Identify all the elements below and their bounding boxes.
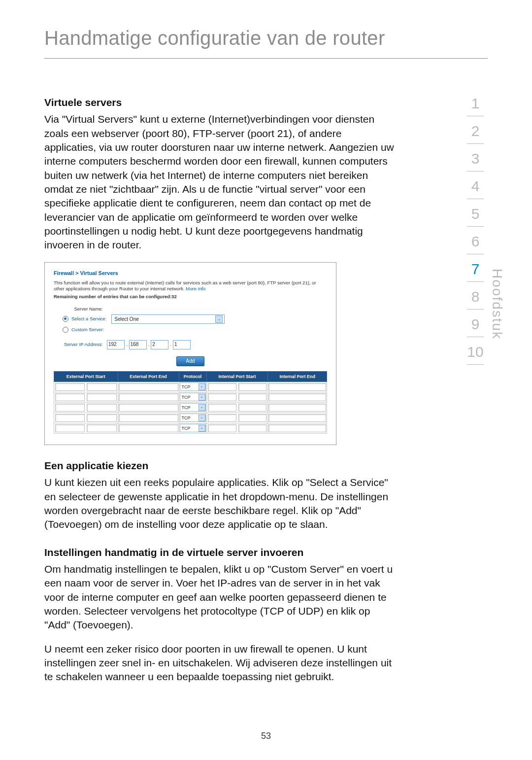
server-ip-label: Server IP Address: xyxy=(54,342,107,348)
custom-server-label: Custom Server: xyxy=(71,327,108,333)
chevron-down-icon: ⌄ xyxy=(215,315,223,323)
protocol-dropdown[interactable]: TCP⌄ xyxy=(180,382,206,391)
chevron-down-icon: ⌄ xyxy=(199,394,205,401)
ext-start-field[interactable] xyxy=(87,393,116,401)
page: Handmatige configuratie van de router 1 … xyxy=(0,0,532,760)
select-service-radio[interactable] xyxy=(63,316,68,322)
ext-start-field[interactable] xyxy=(55,383,85,391)
table-row: TCP⌄ xyxy=(54,423,327,433)
col-protocol: Protocol xyxy=(179,371,206,381)
int-start-field[interactable] xyxy=(208,414,236,422)
section-manual-body1: Om handmatig instellingen te bepalen, kl… xyxy=(44,562,394,632)
ext-start-field[interactable] xyxy=(55,414,85,422)
more-info-link[interactable]: More Info xyxy=(186,286,205,291)
col-ext-start: External Port Start xyxy=(54,371,118,381)
table-row: TCP⌄ xyxy=(54,392,327,402)
ip-octet-3[interactable]: 2 xyxy=(151,340,168,349)
section-choose-app-body: U kunt kiezen uit een reeks populaire ap… xyxy=(44,476,394,531)
ext-end-field[interactable] xyxy=(119,424,178,432)
chevron-down-icon: ⌄ xyxy=(199,415,205,421)
breadcrumb: Firewall > Virtual Servers xyxy=(54,270,327,277)
chapter-label: Hoofdstuk xyxy=(489,269,505,340)
content: Virtuele servers Via "Virtual Servers" k… xyxy=(44,96,394,684)
chapter-5[interactable]: 5 xyxy=(461,199,490,226)
int-start-field[interactable] xyxy=(208,393,236,401)
section-manual-body2: U neemt een zeker risico door poorten in… xyxy=(44,642,394,684)
protocol-dropdown[interactable]: TCP⌄ xyxy=(180,393,206,401)
col-int-end: Internal Port End xyxy=(268,371,327,381)
ext-start-field[interactable] xyxy=(87,414,116,422)
chapter-1[interactable]: 1 xyxy=(461,89,490,116)
server-name-label: Server Name: xyxy=(54,306,107,312)
section-virtual-servers-body: Via "Virtual Servers" kunt u externe (In… xyxy=(44,112,394,252)
remaining-entries: Remaining number of entries that can be … xyxy=(54,294,327,300)
col-ext-end: External Port End xyxy=(118,371,179,381)
int-end-field[interactable] xyxy=(268,404,326,412)
int-start-field[interactable] xyxy=(238,383,267,391)
chapter-nav: 1 2 3 4 5 6 7 8 9 10 xyxy=(461,89,490,365)
select-service-value: Select One xyxy=(114,316,138,323)
chapter-8[interactable]: 8 xyxy=(461,282,490,309)
int-end-field[interactable] xyxy=(268,393,326,401)
ext-start-field[interactable] xyxy=(55,404,85,412)
port-table: External Port Start External Port End Pr… xyxy=(54,371,327,434)
int-start-field[interactable] xyxy=(238,414,267,422)
chevron-down-icon: ⌄ xyxy=(199,383,205,390)
int-start-field[interactable] xyxy=(238,404,267,412)
protocol-dropdown[interactable]: TCP⌄ xyxy=(180,424,206,432)
table-row: TCP⌄ xyxy=(54,402,327,413)
ip-octet-1[interactable]: 192 xyxy=(107,340,125,349)
chevron-down-icon: ⌄ xyxy=(199,425,205,432)
ext-start-field[interactable] xyxy=(87,404,116,412)
ext-start-field[interactable] xyxy=(87,424,116,432)
table-row: TCP⌄ xyxy=(54,413,327,423)
int-start-field[interactable] xyxy=(208,383,236,391)
add-button[interactable]: Add xyxy=(176,356,204,366)
ext-end-field[interactable] xyxy=(119,393,178,401)
int-start-field[interactable] xyxy=(208,404,236,412)
chapter-10[interactable]: 10 xyxy=(461,337,490,364)
ext-start-field[interactable] xyxy=(55,424,85,432)
page-number: 53 xyxy=(0,731,532,741)
col-int-start: Internal Port Start xyxy=(206,371,268,381)
ip-octet-4[interactable]: 1 xyxy=(173,340,191,349)
ext-end-field[interactable] xyxy=(119,414,178,422)
chapter-4[interactable]: 4 xyxy=(461,172,490,199)
select-service-label: Select a Service: xyxy=(71,316,111,322)
section-manual-title: Instellingen handmatig in de virtuele se… xyxy=(44,546,394,559)
chapter-2[interactable]: 2 xyxy=(461,116,490,143)
router-admin-panel: Firewall > Virtual Servers This function… xyxy=(44,262,336,445)
panel-description: This function will allow you to route ex… xyxy=(54,280,327,293)
chapter-7[interactable]: 7 xyxy=(461,254,490,281)
int-end-field[interactable] xyxy=(268,414,326,422)
chapter-6[interactable]: 6 xyxy=(461,227,490,254)
protocol-dropdown[interactable]: TCP⌄ xyxy=(180,414,206,422)
page-title: Handmatige configuratie van de router xyxy=(44,27,488,58)
select-service-dropdown[interactable]: Select One ⌄ xyxy=(111,314,225,324)
chapter-3[interactable]: 3 xyxy=(461,144,490,171)
ext-end-field[interactable] xyxy=(119,404,178,412)
ext-end-field[interactable] xyxy=(119,383,178,391)
int-end-field[interactable] xyxy=(268,383,326,391)
int-start-field[interactable] xyxy=(238,424,267,432)
custom-server-radio[interactable] xyxy=(63,327,68,333)
protocol-dropdown[interactable]: TCP⌄ xyxy=(180,403,206,412)
panel-description-text: This function will allow you to route ex… xyxy=(54,280,316,292)
ip-octet-2[interactable]: 168 xyxy=(129,340,147,349)
section-virtual-servers-title: Virtuele servers xyxy=(44,96,394,109)
header-rule xyxy=(44,58,488,59)
chapter-9[interactable]: 9 xyxy=(461,310,490,337)
chevron-down-icon: ⌄ xyxy=(199,404,205,411)
int-start-field[interactable] xyxy=(208,424,236,432)
table-row: TCP⌄ xyxy=(54,381,327,392)
section-choose-app-title: Een applicatie kiezen xyxy=(44,459,394,473)
ext-start-field[interactable] xyxy=(55,393,85,401)
ext-start-field[interactable] xyxy=(87,383,116,391)
int-start-field[interactable] xyxy=(238,393,267,401)
int-end-field[interactable] xyxy=(268,424,326,432)
